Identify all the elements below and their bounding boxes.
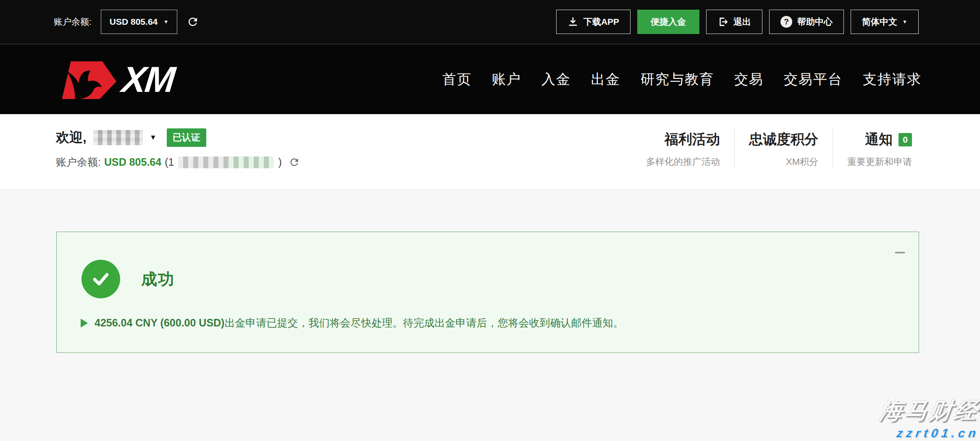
nav-item-support[interactable]: 支持请求	[863, 70, 922, 89]
notifications-title: 通知	[865, 130, 893, 149]
question-mark-icon: ?	[780, 16, 792, 28]
quick-deposit-label: 便捷入金	[651, 16, 686, 28]
nav-item-trading[interactable]: 交易	[734, 70, 764, 89]
balance-label: 账户余额:	[56, 155, 101, 169]
success-message: 4256.04 CNY (600.00 USD)出金申请已提交，我们将会尽快处理…	[95, 316, 623, 330]
nav-menu: 首页 账户 入金 出金 研究与教育 交易 交易平台 支持请求	[442, 70, 922, 89]
help-center-button[interactable]: ? 帮助中心	[769, 10, 844, 34]
logout-icon	[717, 16, 728, 27]
language-selector[interactable]: 简体中文 ▼	[851, 10, 919, 34]
nav-item-home[interactable]: 首页	[442, 70, 472, 89]
xm-bull-icon	[55, 60, 118, 99]
notifications-subtitle: 重要更新和申请	[847, 156, 912, 168]
loyalty-points-link[interactable]: 忠诚度积分 XM积分	[734, 128, 833, 168]
blurred-username	[93, 130, 143, 145]
logout-button[interactable]: 退出	[706, 10, 762, 34]
language-label: 简体中文	[862, 16, 897, 28]
nav-item-research-education[interactable]: 研究与教育	[641, 70, 714, 89]
main-navbar: XM 首页 账户 入金 出金 研究与教育 交易 交易平台 支持请求	[0, 44, 980, 114]
collapse-panel-button[interactable]	[895, 252, 905, 253]
notification-count-badge: 0	[899, 133, 912, 146]
download-app-button[interactable]: 下载APP	[556, 10, 631, 34]
watermark: 海马财经 zzrt01.cn	[880, 396, 979, 440]
verified-badge: 已认证	[167, 128, 206, 147]
nav-item-deposit[interactable]: 入金	[541, 70, 571, 89]
nav-item-account[interactable]: 账户	[492, 70, 521, 89]
xm-logo-text: XM	[120, 61, 176, 97]
download-icon	[568, 16, 578, 27]
welcome-strip: 欢迎, ▼ 已认证 账户余额: USD 805.64 (1 ) 福利活动 多样化…	[0, 114, 980, 190]
balance-value: USD 805.64	[110, 17, 158, 27]
welcome-user-info: 欢迎, ▼ 已认证 账户余额: USD 805.64 (1 )	[56, 128, 300, 189]
balance-label: 账户余额:	[54, 16, 92, 28]
promotions-subtitle: 多样化的推广活动	[646, 156, 720, 168]
logout-label: 退出	[733, 16, 751, 28]
success-alert-panel: 成功 4256.04 CNY (600.00 USD)出金申请已提交，我们将会尽…	[56, 232, 919, 353]
xm-logo[interactable]: XM	[55, 60, 174, 99]
main-content: 成功 4256.04 CNY (600.00 USD)出金申请已提交，我们将会尽…	[0, 190, 980, 441]
promotions-link[interactable]: 福利活动 多样化的推广活动	[632, 128, 734, 168]
topbar-actions: 下载APP 便捷入金 退出 ? 帮助中心 简体中文 ▼	[556, 10, 919, 34]
quick-deposit-button[interactable]: 便捷入金	[637, 10, 699, 34]
welcome-greeting: 欢迎,	[56, 128, 87, 147]
refresh-balance-icon[interactable]	[187, 16, 199, 28]
success-title: 成功	[141, 269, 175, 290]
refresh-balance-icon[interactable]	[289, 157, 300, 168]
watermark-brand: 海马财经	[878, 396, 980, 426]
loyalty-subtitle: XM积分	[749, 156, 818, 168]
welcome-quick-links: 福利活动 多样化的推广活动 忠诚度积分 XM积分 通知 0 重要更新和申请	[632, 128, 919, 189]
chevron-down-icon: ▼	[902, 19, 907, 24]
notifications-link[interactable]: 通知 0 重要更新和申请	[833, 128, 919, 168]
download-app-label: 下载APP	[583, 16, 619, 28]
account-number-prefix: (1	[165, 156, 174, 168]
nav-item-withdraw[interactable]: 出金	[591, 70, 620, 89]
help-center-label: 帮助中心	[797, 16, 833, 28]
chevron-down-icon: ▼	[163, 19, 168, 24]
withdrawal-amount: 4256.04 CNY (600.00 USD)	[95, 317, 224, 329]
balance-value: USD 805.64	[104, 156, 161, 168]
bullet-triangle-icon	[81, 318, 88, 328]
success-message-row: 4256.04 CNY (600.00 USD)出金申请已提交，我们将会尽快处理…	[81, 316, 623, 330]
account-number-suffix: )	[278, 156, 281, 168]
blurred-account-number	[178, 157, 274, 168]
top-utility-bar: 账户余额: USD 805.64 ▼ 下载APP 便捷入金 退出 ? 帮助中心	[0, 0, 980, 44]
success-check-icon	[81, 260, 120, 298]
promotions-title: 福利活动	[665, 130, 720, 149]
account-balance-dropdown[interactable]: USD 805.64 ▼	[101, 10, 177, 34]
watermark-url: zzrt01.cn	[879, 426, 980, 440]
loyalty-title: 忠诚度积分	[749, 130, 818, 149]
topbar-balance-group: 账户余额: USD 805.64 ▼	[54, 10, 199, 34]
success-message-body: 出金申请已提交，我们将会尽快处理。待完成出金申请后，您将会收到确认邮件通知。	[224, 317, 623, 329]
chevron-down-icon[interactable]: ▼	[150, 133, 157, 142]
nav-item-platforms[interactable]: 交易平台	[784, 70, 843, 89]
